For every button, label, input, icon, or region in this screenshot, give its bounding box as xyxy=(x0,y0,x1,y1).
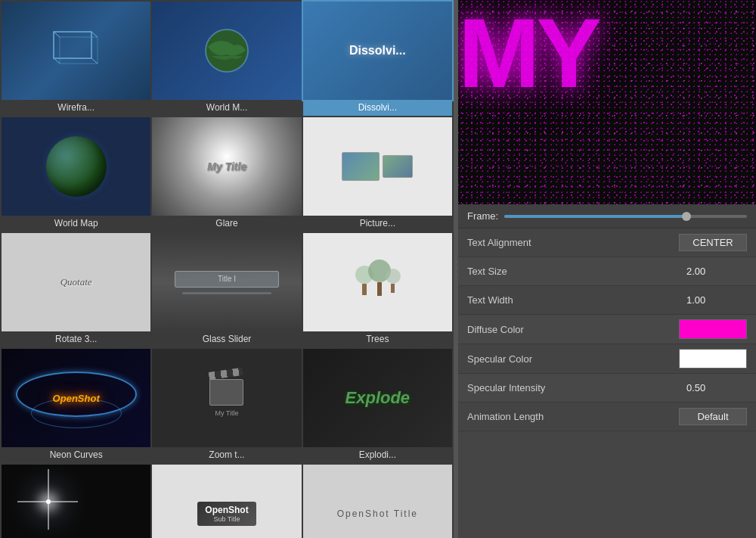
template-item-lens-flare[interactable]: Lens Flare xyxy=(2,465,150,538)
property-row-specular-intensity: Specular Intensity 0.50 xyxy=(458,374,756,403)
right-panel: MY Frame: Text Alignment CENTER Text Siz… xyxy=(458,0,756,538)
preview-text: MY xyxy=(458,4,598,102)
prop-value-specular-color[interactable] xyxy=(679,349,747,369)
svg-rect-9 xyxy=(362,284,367,295)
property-row-specular-color: Specular Color xyxy=(458,344,756,374)
template-label-trees: Trees xyxy=(303,331,452,347)
property-row-animation-length: Animation Length Default xyxy=(458,403,756,431)
prop-value-text-width[interactable]: 1.00 xyxy=(686,294,747,306)
template-item-worldmap-top[interactable]: World M... xyxy=(152,2,301,116)
template-label-rotate3d: Rotate 3... xyxy=(2,331,150,347)
template-label-picture: Picture... xyxy=(303,216,452,232)
svg-rect-13 xyxy=(391,284,395,293)
template-label-glare: Glare xyxy=(152,216,301,232)
svg-rect-11 xyxy=(377,282,382,296)
template-label-glass-slider: Glass Slider xyxy=(152,331,301,347)
prop-label-specular-intensity: Specular Intensity xyxy=(467,382,686,393)
template-grid-panel: Wirefra... World M... Dissolvi... xyxy=(0,0,454,538)
template-label-explode: Explodi... xyxy=(303,447,452,463)
svg-line-2 xyxy=(54,32,60,37)
template-item-rotate3d[interactable]: Quotate Rotate 3... xyxy=(2,233,150,347)
frame-slider-fill xyxy=(504,215,686,218)
template-item-wireframe[interactable]: Wirefra... xyxy=(2,2,150,116)
template-item-picture[interactable]: Picture... xyxy=(303,117,452,232)
prop-label-animation-length: Animation Length xyxy=(467,411,679,422)
template-item-dissolve[interactable]: Dissolvi... Dissolvi... xyxy=(303,2,452,116)
template-label-zoom-t: Zoom t... xyxy=(152,447,301,463)
property-row-diffuse-color: Diffuse Color xyxy=(458,315,756,344)
prop-value-text-size[interactable]: 2.00 xyxy=(686,266,747,277)
template-item-glare[interactable]: My Title Glare xyxy=(152,117,301,232)
prop-value-specular-intensity[interactable]: 0.50 xyxy=(686,382,747,393)
frame-label: Frame: xyxy=(467,210,498,222)
template-label-worldmap-top: World M... xyxy=(152,100,301,116)
prop-label-text-size: Text Size xyxy=(467,266,686,277)
preview-content: MY xyxy=(458,0,756,204)
template-label-dissolve: Dissolvi... xyxy=(303,100,452,116)
template-item-worldmap[interactable]: World Map xyxy=(2,117,150,232)
template-item-fly-toward[interactable]: OpenShot Sub Title Fly Toward xyxy=(152,465,301,538)
prop-value-diffuse-color[interactable] xyxy=(679,319,747,339)
template-grid: Wirefra... World M... Dissolvi... xyxy=(0,0,454,538)
template-label-neon-curves: Neon Curves xyxy=(2,447,150,463)
template-item-explode[interactable]: Explode Explodi... xyxy=(303,349,452,463)
property-row-text-alignment: Text Alignment CENTER xyxy=(458,229,756,257)
template-item-halo-zoom[interactable]: OpenShot Title Halo Zo... xyxy=(303,465,452,538)
properties-panel: Frame: Text Alignment CENTER Text Size 2… xyxy=(458,204,756,538)
svg-line-4 xyxy=(54,58,60,64)
template-label-worldmap: World Map xyxy=(2,216,150,232)
template-item-neon-curves[interactable]: OpenShot Neon Curves xyxy=(2,349,150,463)
svg-line-3 xyxy=(91,32,98,37)
frame-row: Frame: xyxy=(458,204,756,229)
svg-line-5 xyxy=(91,58,98,64)
template-item-trees[interactable]: Trees xyxy=(303,233,452,347)
property-row-text-width: Text Width 1.00 xyxy=(458,286,756,315)
prop-label-specular-color: Specular Color xyxy=(467,353,679,365)
prop-label-diffuse-color: Diffuse Color xyxy=(467,324,679,335)
prop-label-text-width: Text Width xyxy=(467,294,686,306)
prop-value-text-alignment[interactable]: CENTER xyxy=(679,234,747,251)
preview-area: MY xyxy=(458,0,756,204)
property-row-text-size: Text Size 2.00 xyxy=(458,257,756,286)
frame-slider[interactable] xyxy=(504,215,747,218)
prop-value-animation-length[interactable]: Default xyxy=(679,408,747,425)
template-label-wireframe: Wirefra... xyxy=(2,100,150,116)
prop-label-text-alignment: Text Alignment xyxy=(467,237,679,248)
template-item-glass-slider[interactable]: Title I Glass Slider xyxy=(152,233,301,347)
svg-point-12 xyxy=(386,269,401,284)
frame-slider-thumb[interactable] xyxy=(682,212,691,221)
template-item-zoom-t[interactable]: My Title Zoom t... xyxy=(152,349,301,463)
